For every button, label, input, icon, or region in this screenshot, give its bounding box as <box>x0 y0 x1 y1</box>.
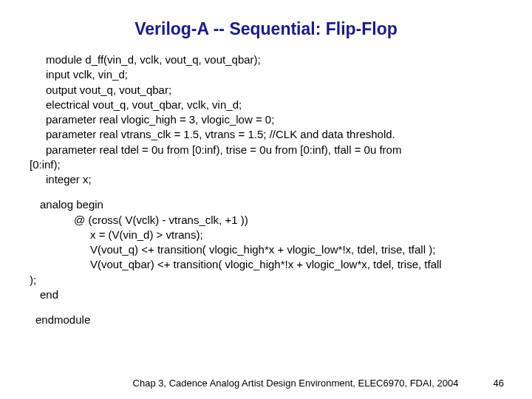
slide-title: Verilog-A -- Sequential: Flip-Flop <box>0 0 532 52</box>
footer: Chap 3, Cadence Analog Artist Design Env… <box>0 378 532 389</box>
code-line: V(vout_q) <+ transition( vlogic_high*x +… <box>30 242 502 257</box>
code-line: input vclk, vin_d; <box>30 67 502 82</box>
code-line: ); <box>30 273 502 287</box>
footer-text: Chap 3, Cadence Analog Artist Design Env… <box>0 378 532 389</box>
code-line: [0:inf); <box>30 157 502 172</box>
code-line: output vout_q, vout_qbar; <box>30 83 502 98</box>
code-line: x = (V(vin_d) > vtrans); <box>30 228 502 242</box>
code-line: integer x; <box>30 172 502 187</box>
page-number: 46 <box>494 378 504 389</box>
blank-line <box>30 302 502 313</box>
code-line: end <box>30 287 502 302</box>
code-line: V(vout_qbar) <+ transition( vlogic_high*… <box>30 257 502 272</box>
code-line: @ (cross( V(vclk) - vtrans_clk, +1 )) <box>30 213 502 228</box>
code-block: module d_ff(vin_d, vclk, vout_q, vout_qb… <box>0 52 532 327</box>
code-line: module d_ff(vin_d, vclk, vout_q, vout_qb… <box>30 52 502 67</box>
code-line: parameter real vtrans_clk = 1.5, vtrans … <box>30 127 502 142</box>
code-line: parameter real tdel = 0u from [0:inf), t… <box>30 143 502 157</box>
code-line: endmodule <box>30 313 502 327</box>
code-line: electrical vout_q, vout_qbar, vclk, vin_… <box>30 98 502 112</box>
code-line: parameter real vlogic_high = 3, vlogic_l… <box>30 112 502 127</box>
code-line: analog begin <box>30 197 502 212</box>
blank-line <box>30 187 502 197</box>
